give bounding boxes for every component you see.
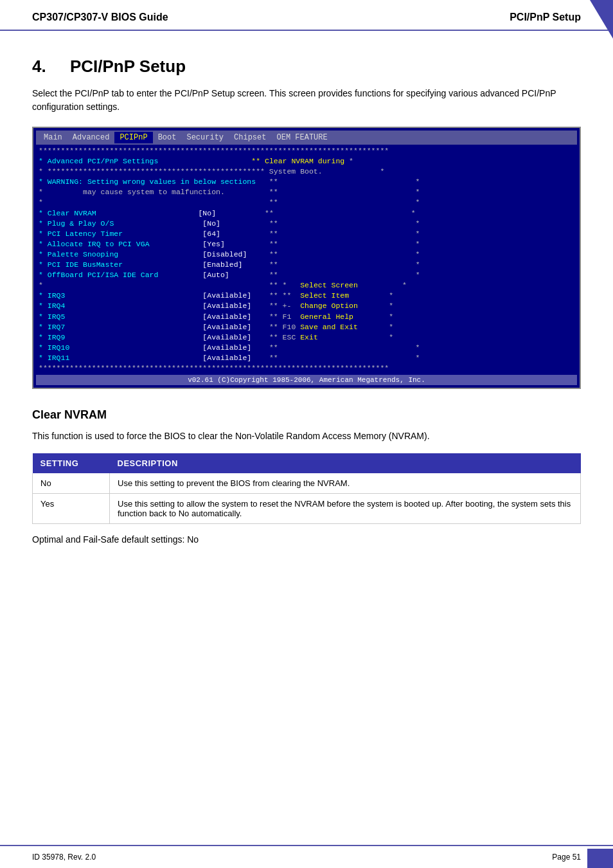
bios-row-irq10: * IRQ10 [Available] ** * [36, 343, 577, 353]
bios-row-irq11: * IRQ11 [Available] ** * [36, 353, 577, 363]
bios-row-plugplay: * Plug & Play O/S [No] ** * [36, 219, 577, 229]
table-header-row: SETTING DESCRIPTION [33, 453, 581, 473]
bios-row-warning2: * may cause system to malfunction. ** * [36, 187, 577, 197]
header-title-right: PCI/PnP Setup [510, 12, 581, 23]
bios-row-latency: * PCI Latency Timer [64] ** * [36, 229, 577, 239]
col-header-setting: SETTING [33, 453, 110, 473]
col-header-description: DESCRIPTION [110, 453, 581, 473]
bios-row-irq5: * IRQ5 [Available] ** F1 General Help * [36, 312, 577, 322]
section-description: This function is used to force the BIOS … [32, 429, 581, 443]
footer-page: Page 51 [552, 853, 581, 862]
chapter-number: 4. [32, 57, 46, 76]
bios-row-blank1: * ** * [36, 197, 577, 208]
main-content: 4. PCI/PnP Setup Select the PCI/PnP tab … [0, 31, 613, 570]
bios-row-clearnvram: * Clear NVRAM [No] ** * [36, 208, 577, 219]
bios-row-offboard: * OffBoard PCI/ISA IDE Card [Auto] ** * [36, 270, 577, 280]
bios-stars-bottom: ****************************************… [36, 363, 577, 374]
bios-row-1: * Advanced PCI/PnP Settings ** Clear NVR… [36, 156, 577, 167]
bios-row-allocate: * Allocate IRQ to PCI VGA [Yes] ** * [36, 239, 577, 249]
setting-yes: Yes [33, 494, 110, 524]
section-title: Clear NVRAM [32, 408, 581, 422]
chapter-title: PCI/PnP Setup [70, 57, 186, 76]
footer-id: ID 35978, Rev. 2.0 [32, 853, 96, 862]
table-row: No Use this setting to prevent the BIOS … [33, 473, 581, 494]
settings-table: SETTING DESCRIPTION No Use this setting … [32, 453, 581, 524]
bios-body: ****************************************… [36, 145, 577, 375]
description-no: Use this setting to prevent the BIOS fro… [110, 473, 581, 494]
bios-nav-boot: Boot [153, 132, 182, 143]
bios-nav-oemfeature: OEM FEATURE [271, 132, 332, 143]
bios-nav-advanced: Advanced [67, 132, 115, 143]
page-header: CP307/CP307-V BIOS Guide PCI/PnP Setup [0, 0, 613, 31]
bios-row-irq7: * IRQ7 [Available] ** F10 Save and Exit … [36, 322, 577, 332]
bios-row-palette: * Palette Snooping [Disabled] ** * [36, 249, 577, 260]
description-yes: Use this setting to allow the system to … [110, 494, 581, 524]
bios-nav-main: Main [39, 132, 67, 143]
header-title-left: CP307/CP307-V BIOS Guide [32, 12, 168, 23]
bios-nav-security: Security [181, 132, 229, 143]
page-footer: ID 35978, Rev. 2.0 Page 51 [0, 845, 613, 868]
bios-stars-top: ****************************************… [36, 146, 577, 156]
bios-row-irq3: * IRQ3 [Available] ** ** Select Item * [36, 291, 577, 301]
bios-row-warning1: * WARNING: Setting wrong values in below… [36, 177, 577, 187]
page-container: CP307/CP307-V BIOS Guide PCI/PnP Setup 4… [0, 0, 613, 868]
bios-nav-chipset: Chipset [229, 132, 271, 143]
bios-row-pciide: * PCI IDE BusMaster [Enabled] ** * [36, 260, 577, 270]
bios-row-irq9: * IRQ9 [Available] ** ESC Exit * [36, 332, 577, 343]
chapter-heading: 4. PCI/PnP Setup [32, 57, 581, 77]
bios-nav-pciplnp[interactable]: PCIPnP [114, 132, 152, 143]
bios-row-2: * **************************************… [36, 167, 577, 177]
bios-nav: Main Advanced PCIPnP Boot Security Chips… [36, 131, 577, 145]
bios-row-irq4: * IRQ4 [Available] ** +- Change Option * [36, 301, 577, 311]
intro-text: Select the PCI/PnP tab to enter the PCI/… [32, 87, 581, 114]
bios-footer: v02.61 (C)Copyright 1985-2006, American … [36, 375, 577, 385]
bios-row-blank2: * ** * Select Screen * [36, 280, 577, 291]
footer-accent [587, 849, 613, 868]
table-row: Yes Use this setting to allow the system… [33, 494, 581, 524]
setting-no: No [33, 473, 110, 494]
bios-screen: Main Advanced PCIPnP Boot Security Chips… [32, 127, 581, 389]
optimal-text: Optimal and Fail-Safe default settings: … [32, 534, 581, 545]
